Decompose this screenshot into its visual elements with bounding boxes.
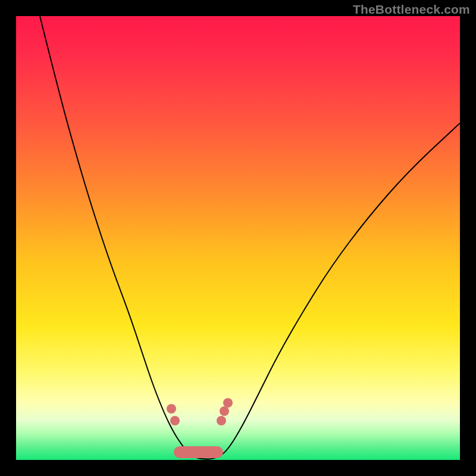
curve-marker: [220, 406, 229, 416]
curve-marker: [170, 416, 180, 425]
bottleneck-curve: [40, 16, 460, 459]
curve-marker-pill: [174, 446, 223, 458]
curve-marker: [223, 398, 233, 408]
chart-frame: TheBottleneck.com: [0, 0, 476, 476]
watermark-text: TheBottleneck.com: [353, 2, 470, 17]
plot-area: [16, 16, 460, 460]
curve-marker: [217, 416, 226, 425]
curve-layer: [16, 16, 460, 460]
curve-markers: [167, 398, 233, 458]
curve-marker: [167, 404, 176, 414]
